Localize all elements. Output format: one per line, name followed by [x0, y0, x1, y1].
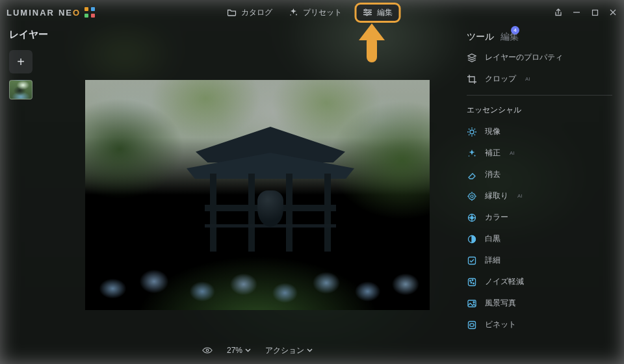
- nav-edit[interactable]: 編集: [355, 3, 401, 23]
- panel-divider: [467, 95, 612, 96]
- eye-icon[interactable]: [202, 345, 213, 356]
- svg-point-17: [469, 193, 475, 200]
- svg-point-19: [471, 216, 473, 219]
- zoom-control[interactable]: 27%: [227, 346, 251, 355]
- tool-crop[interactable]: クロップ AI: [455, 68, 624, 90]
- add-layer-button[interactable]: +: [9, 50, 32, 73]
- tool-item-label: 消去: [485, 169, 500, 180]
- layers-title: レイヤー: [9, 29, 81, 41]
- minimize-button[interactable]: [572, 8, 581, 17]
- tool-item-label: 現像: [485, 126, 500, 137]
- action-menu[interactable]: アクション: [265, 345, 313, 356]
- action-label: アクション: [265, 345, 304, 356]
- tool-icon: [467, 191, 477, 202]
- top-nav: カタログ プリセット 編集: [224, 3, 401, 23]
- right-panel: ツール 編集 4 レイヤーのプロパティ クロップ AI エッセンシャル 現像補正…: [455, 25, 624, 364]
- tab-tools[interactable]: ツール: [467, 31, 494, 43]
- ai-badge: AI: [510, 150, 515, 156]
- svg-point-12: [206, 349, 209, 352]
- tool-item[interactable]: 消去: [455, 164, 624, 185]
- tool-icon: [467, 234, 477, 244]
- nav-catalog[interactable]: カタログ: [224, 5, 276, 21]
- section-essentials-title: エッセンシャル: [455, 102, 624, 121]
- maximize-button[interactable]: [590, 8, 599, 17]
- svg-point-13: [470, 130, 474, 134]
- tool-icon: [467, 213, 477, 223]
- tool-item[interactable]: カラー: [455, 207, 624, 228]
- right-panel-tabs: ツール 編集 4: [455, 25, 624, 47]
- title-bar: LUMINAR NEO カタログ プリセット 編集: [0, 0, 624, 25]
- svg-point-23: [470, 280, 471, 281]
- tools-list: 現像補正AI消去縁取りAIカラー白黒詳細ノイズ軽減風景写真ビネット: [455, 121, 624, 335]
- image-canvas[interactable]: [85, 80, 430, 310]
- tool-item[interactable]: 風景写真: [455, 292, 624, 314]
- ai-badge: AI: [525, 76, 530, 82]
- svg-point-0: [296, 14, 297, 16]
- tool-item-label: ノイズ軽減: [485, 276, 524, 287]
- tool-item[interactable]: 縁取りAI: [455, 185, 624, 207]
- edits-count-badge: 4: [511, 26, 519, 34]
- nav-presets-label: プリセット: [303, 7, 342, 18]
- nav-edit-label: 編集: [377, 7, 393, 18]
- chevron-down-icon: [307, 348, 313, 352]
- svg-point-30: [470, 323, 474, 326]
- svg-point-26: [473, 283, 474, 284]
- tool-icon: [467, 298, 477, 309]
- nav-presets[interactable]: プリセット: [285, 5, 346, 21]
- zoom-value: 27%: [227, 346, 242, 355]
- tool-item[interactable]: ビネット: [455, 314, 624, 335]
- svg-rect-21: [469, 257, 476, 264]
- tool-item[interactable]: 補正AI: [455, 142, 624, 164]
- svg-point-14: [474, 155, 476, 156]
- layers-panel: レイヤー +: [9, 29, 81, 99]
- tool-layer-properties[interactable]: レイヤーのプロパティ: [455, 47, 624, 68]
- tool-item-label: 風景写真: [485, 298, 516, 309]
- tool-icon: [467, 255, 477, 266]
- ai-badge: AI: [517, 193, 523, 199]
- tool-item[interactable]: ノイズ軽減: [455, 271, 624, 292]
- nav-catalog-label: カタログ: [241, 7, 272, 18]
- crop-icon: [467, 74, 477, 84]
- svg-point-7: [366, 14, 368, 16]
- logo-text-1: LUMINAR: [6, 8, 55, 18]
- chevron-down-icon: [245, 348, 251, 352]
- svg-point-6: [369, 12, 370, 14]
- tool-icon: [467, 277, 477, 287]
- app-logo: LUMINAR NEO: [6, 7, 95, 18]
- extensions-icon[interactable]: [84, 7, 95, 18]
- tool-item[interactable]: 詳細: [455, 250, 624, 271]
- tool-crop-label: クロップ: [485, 73, 516, 84]
- tool-icon: [467, 170, 477, 180]
- tool-item-label: 詳細: [485, 255, 500, 266]
- layers-icon: [467, 53, 477, 63]
- svg-point-25: [471, 282, 472, 283]
- svg-point-5: [365, 9, 367, 11]
- window-controls: [554, 8, 618, 17]
- svg-point-16: [471, 195, 473, 198]
- tool-item-label: カラー: [485, 212, 508, 223]
- tool-item[interactable]: 白黒: [455, 228, 624, 250]
- tool-item[interactable]: 現像: [455, 121, 624, 142]
- tool-layer-properties-label: レイヤーのプロパティ: [485, 52, 563, 63]
- svg-point-28: [473, 302, 474, 303]
- layer-thumbnail[interactable]: [9, 80, 32, 99]
- canvas-dim-overlay: [85, 80, 430, 310]
- svg-point-1: [290, 14, 291, 16]
- share-icon[interactable]: [554, 8, 563, 17]
- logo-text-accent: O: [73, 8, 81, 18]
- tool-item-label: 白黒: [485, 233, 500, 244]
- tool-item-label: ビネット: [485, 319, 516, 330]
- sparkle-icon: [289, 8, 298, 17]
- close-button[interactable]: [608, 8, 618, 17]
- svg-point-24: [472, 280, 473, 281]
- logo-text-2: NE: [58, 8, 73, 18]
- folder-icon: [228, 8, 237, 17]
- svg-rect-9: [592, 10, 597, 15]
- tool-item-label: 縁取り: [485, 190, 508, 202]
- tool-item-label: 補正: [485, 148, 500, 159]
- plus-icon: +: [17, 55, 25, 70]
- canvas-footer: 27% アクション: [85, 341, 430, 360]
- svg-point-15: [469, 155, 470, 157]
- tool-icon: [467, 148, 477, 159]
- tool-icon: [467, 320, 477, 330]
